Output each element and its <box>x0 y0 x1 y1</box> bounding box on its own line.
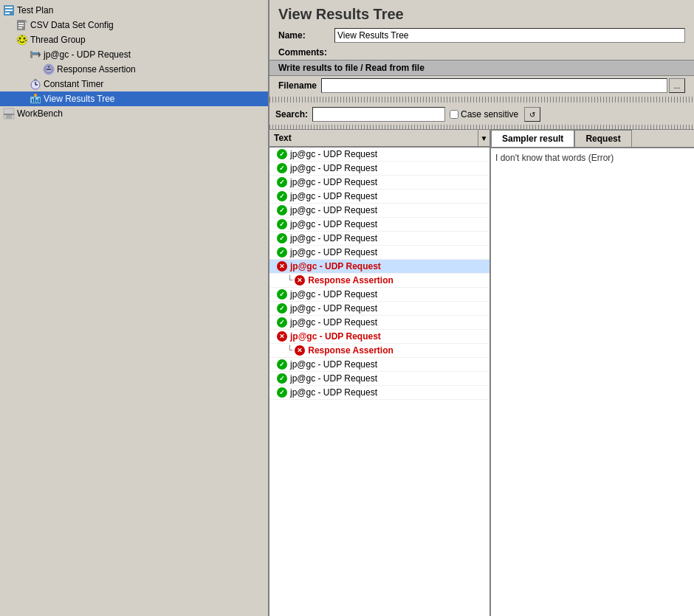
result-label: jp@gc - UDP Request <box>290 261 381 271</box>
case-sensitive-wrap: Case sensitive <box>450 109 518 120</box>
tree-label-view-results-tree: View Results Tree <box>44 94 115 104</box>
tree-icon-listener <box>30 93 41 105</box>
result-label: jp@gc - UDP Request <box>290 219 377 229</box>
tree-label-test-plan: Test Plan <box>17 5 53 15</box>
ok-icon: ✓ <box>277 219 287 229</box>
ok-icon: ✓ <box>277 191 287 201</box>
tree-label-csv-data: CSV Data Set Config <box>30 20 114 30</box>
result-label: jp@gc - UDP Request <box>290 163 377 173</box>
result-item[interactable]: ✓jp@gc - UDP Request <box>269 316 489 330</box>
tree-item-csv-data[interactable]: CSV Data Set Config <box>0 18 268 32</box>
error-icon: ✕ <box>295 345 305 356</box>
tree-item-udp-request[interactable]: jp@gc - UDP Request <box>0 47 268 62</box>
result-item[interactable]: ✓jp@gc - UDP Request <box>269 288 489 302</box>
name-row: Name: <box>269 26 694 45</box>
svg-point-13 <box>18 40 19 41</box>
tree-label-thread-group: Thread Group <box>30 35 86 45</box>
browse-button[interactable]: ... <box>669 78 685 93</box>
section-header: Write results to file / Read from file <box>269 60 694 76</box>
tree-icon-csv <box>16 19 28 31</box>
tree-item-workbench[interactable]: WorkBench <box>0 106 268 121</box>
result-label: jp@gc - UDP Request <box>290 387 377 398</box>
result-item[interactable]: ✓jp@gc - UDP Request <box>269 372 489 386</box>
tab-sampler-result[interactable]: Sampler result <box>491 130 574 147</box>
result-label: jp@gc - UDP Request <box>290 289 377 300</box>
result-label: jp@gc - UDP Request <box>290 191 377 201</box>
result-text: I don't know that words (Error) <box>495 153 614 163</box>
svg-rect-7 <box>18 25 24 27</box>
tree-item-view-results-tree[interactable]: View Results Tree <box>0 91 268 106</box>
svg-rect-25 <box>34 79 37 80</box>
right-result-panel: Sampler resultRequest I don't know that … <box>491 130 694 616</box>
sort-arrow[interactable]: ▼ <box>478 130 489 146</box>
error-icon: ✕ <box>277 331 287 342</box>
svg-rect-1 <box>5 7 13 8</box>
result-item[interactable]: ✓jp@gc - UDP Request <box>269 302 489 316</box>
result-label: jp@gc - UDP Request <box>290 331 381 342</box>
search-input[interactable] <box>312 107 445 122</box>
text-column: Text ▼ ✓jp@gc - UDP Request✓jp@gc - UDP … <box>269 130 491 616</box>
result-item[interactable]: ✕jp@gc - UDP Request <box>269 260 489 274</box>
search-bar: Search: Case sensitive ↺ <box>269 104 694 125</box>
tree-item-response-assertion[interactable]: Response Assertion <box>0 62 268 77</box>
ok-icon: ✓ <box>277 317 287 328</box>
result-item[interactable]: ✓jp@gc - UDP Request <box>269 232 489 246</box>
svg-rect-2 <box>5 10 13 11</box>
result-item[interactable]: └✕Response Assertion <box>269 274 489 288</box>
result-item[interactable]: ✓jp@gc - UDP Request <box>269 358 489 372</box>
tab-request[interactable]: Request <box>574 130 631 147</box>
ok-icon: ✓ <box>277 373 287 384</box>
error-icon: ✕ <box>277 261 287 271</box>
filename-input[interactable] <box>321 78 667 93</box>
svg-rect-28 <box>32 99 33 103</box>
result-label: jp@gc - UDP Request <box>290 205 377 215</box>
result-item[interactable]: └✕Response Assertion <box>269 344 489 358</box>
svg-rect-3 <box>5 13 10 14</box>
search-reset-button[interactable]: ↺ <box>524 107 540 122</box>
result-item[interactable]: ✓jp@gc - UDP Request <box>269 386 489 400</box>
tree-label-workbench: WorkBench <box>17 108 63 119</box>
result-item[interactable]: ✓jp@gc - UDP Request <box>269 162 489 176</box>
panel-title: View Results Tree <box>269 0 694 26</box>
name-input[interactable] <box>334 28 685 43</box>
result-item[interactable]: ✓jp@gc - UDP Request <box>269 204 489 218</box>
ok-icon: ✓ <box>277 149 287 159</box>
result-label: jp@gc - UDP Request <box>290 317 377 328</box>
ok-icon: ✓ <box>277 289 287 300</box>
ok-icon: ✓ <box>277 177 287 187</box>
comments-label: Comments: <box>278 47 330 58</box>
result-item[interactable]: ✓jp@gc - UDP Request <box>269 176 489 190</box>
svg-rect-31 <box>38 98 40 103</box>
tree-icon-workbench <box>3 108 15 120</box>
tree-icon-assertion <box>43 63 55 75</box>
result-label: Response Assertion <box>308 275 394 285</box>
result-label: jp@gc - UDP Request <box>290 303 377 314</box>
result-item[interactable]: ✕jp@gc - UDP Request <box>269 330 489 344</box>
svg-rect-15 <box>30 51 32 58</box>
result-item[interactable]: ✓jp@gc - UDP Request <box>269 218 489 232</box>
tree-item-test-plan[interactable]: Test Plan <box>0 3 268 18</box>
result-item[interactable]: ✓jp@gc - UDP Request <box>269 190 489 204</box>
left-tree-panel: Test Plan CSV Data Set Config Thread Gro… <box>0 0 269 616</box>
result-item[interactable]: ✓jp@gc - UDP Request <box>269 246 489 260</box>
result-label: jp@gc - UDP Request <box>290 233 377 243</box>
case-sensitive-checkbox[interactable] <box>450 110 458 119</box>
tree-icon-thread <box>16 34 28 46</box>
result-label: Response Assertion <box>308 345 394 356</box>
tree-icon-sampler <box>30 49 41 60</box>
tree-label-response-assertion: Response Assertion <box>57 64 136 75</box>
result-label: jp@gc - UDP Request <box>290 247 377 257</box>
tree-icon-testplan <box>3 4 15 16</box>
svg-rect-17 <box>32 52 38 54</box>
svg-point-21 <box>48 66 49 68</box>
result-item[interactable]: ✓jp@gc - UDP Request <box>269 148 489 162</box>
tree-icon-timer <box>30 78 41 90</box>
ok-icon: ✓ <box>277 247 287 257</box>
right-panel: View Results Tree Name: Comments: Write … <box>269 0 694 616</box>
tree-item-constant-timer[interactable]: Constant Timer <box>0 77 268 91</box>
tree-item-thread-group[interactable]: Thread Group <box>0 32 268 47</box>
svg-rect-29 <box>34 97 35 103</box>
svg-rect-34 <box>4 114 14 115</box>
error-icon: ✕ <box>295 275 305 285</box>
filename-row: Filename ... <box>269 76 694 95</box>
